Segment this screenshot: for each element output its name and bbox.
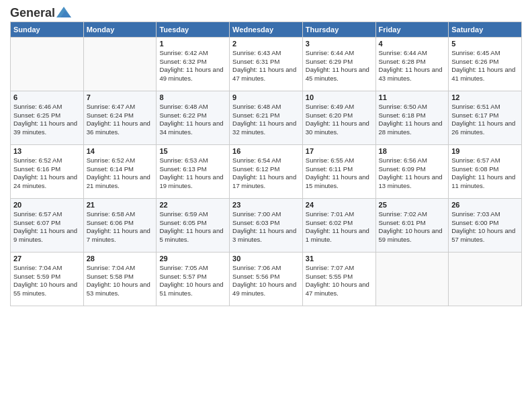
day-detail: Sunrise: 6:47 AM Sunset: 6:24 PM Dayligh… [87,103,154,137]
day-cell: 3Sunrise: 6:44 AM Sunset: 6:29 PM Daylig… [302,37,375,91]
day-detail: Sunrise: 6:48 AM Sunset: 6:22 PM Dayligh… [159,103,226,137]
day-detail: Sunrise: 6:57 AM Sunset: 6:07 PM Dayligh… [13,210,81,244]
day-number: 13 [13,147,81,155]
day-detail: Sunrise: 7:02 AM Sunset: 6:01 PM Dayligh… [379,210,446,244]
day-cell: 7Sunrise: 6:47 AM Sunset: 6:24 PM Daylig… [83,91,157,144]
day-detail: Sunrise: 6:49 AM Sunset: 6:20 PM Dayligh… [306,103,373,137]
day-number: 20 [13,201,81,209]
day-cell: 29Sunrise: 7:05 AM Sunset: 5:57 PM Dayli… [157,252,230,306]
day-cell: 8Sunrise: 6:48 AM Sunset: 6:22 PM Daylig… [157,91,230,144]
day-detail: Sunrise: 7:00 AM Sunset: 6:03 PM Dayligh… [232,210,300,244]
day-cell: 9Sunrise: 6:48 AM Sunset: 6:21 PM Daylig… [230,91,303,144]
week-row-3: 13Sunrise: 6:52 AM Sunset: 6:16 PM Dayli… [11,144,522,198]
weekday-header-thursday: Thursday [302,21,375,37]
weekday-header-friday: Friday [375,21,449,37]
day-cell: 21Sunrise: 6:58 AM Sunset: 6:06 PM Dayli… [83,198,157,252]
day-detail: Sunrise: 6:51 AM Sunset: 6:17 PM Dayligh… [451,103,519,137]
day-cell [11,37,84,91]
day-cell: 16Sunrise: 6:54 AM Sunset: 6:12 PM Dayli… [230,144,303,198]
day-number: 30 [232,255,300,263]
day-detail: Sunrise: 6:50 AM Sunset: 6:18 PM Dayligh… [379,103,446,137]
weekday-header-row: SundayMondayTuesdayWednesdayThursdayFrid… [11,21,522,37]
day-detail: Sunrise: 6:53 AM Sunset: 6:13 PM Dayligh… [159,156,226,191]
day-number: 8 [159,93,226,101]
day-cell [83,37,157,91]
logo-icon [56,7,71,17]
day-number: 15 [159,147,226,155]
day-cell: 18Sunrise: 6:56 AM Sunset: 6:09 PM Dayli… [375,144,449,198]
week-row-2: 6Sunrise: 6:46 AM Sunset: 6:25 PM Daylig… [11,91,522,144]
day-number: 25 [379,201,446,209]
day-number: 2 [232,40,300,48]
day-cell: 24Sunrise: 7:01 AM Sunset: 6:02 PM Dayli… [302,198,375,252]
day-number: 18 [379,147,446,155]
day-detail: Sunrise: 7:07 AM Sunset: 5:55 PM Dayligh… [306,264,373,298]
day-number: 6 [13,93,81,101]
day-cell: 11Sunrise: 6:50 AM Sunset: 6:18 PM Dayli… [375,91,449,144]
weekday-header-sunday: Sunday [11,21,84,37]
day-number: 22 [159,201,226,209]
day-cell [375,252,449,306]
day-cell: 1Sunrise: 6:42 AM Sunset: 6:32 PM Daylig… [157,37,230,91]
day-number: 21 [87,201,154,209]
day-detail: Sunrise: 7:01 AM Sunset: 6:02 PM Dayligh… [306,210,373,244]
day-cell: 13Sunrise: 6:52 AM Sunset: 6:16 PM Dayli… [11,144,84,198]
day-number: 28 [87,255,154,263]
day-cell: 6Sunrise: 6:46 AM Sunset: 6:25 PM Daylig… [11,91,84,144]
weekday-header-saturday: Saturday [449,21,522,37]
header: General [10,7,522,17]
day-cell [449,252,522,306]
day-detail: Sunrise: 6:57 AM Sunset: 6:08 PM Dayligh… [451,156,519,191]
day-number: 12 [451,93,519,101]
day-cell: 20Sunrise: 6:57 AM Sunset: 6:07 PM Dayli… [11,198,84,252]
day-number: 27 [13,255,81,263]
day-cell: 5Sunrise: 6:45 AM Sunset: 6:26 PM Daylig… [449,37,522,91]
day-number: 9 [232,93,300,101]
day-cell: 31Sunrise: 7:07 AM Sunset: 5:55 PM Dayli… [302,252,375,306]
week-row-1: 1Sunrise: 6:42 AM Sunset: 6:32 PM Daylig… [11,37,522,91]
day-detail: Sunrise: 6:58 AM Sunset: 6:06 PM Dayligh… [87,210,154,244]
day-number: 29 [159,255,226,263]
day-number: 14 [87,147,154,155]
day-detail: Sunrise: 6:52 AM Sunset: 6:14 PM Dayligh… [87,156,154,191]
day-number: 19 [451,147,519,155]
day-number: 16 [232,147,300,155]
day-cell: 15Sunrise: 6:53 AM Sunset: 6:13 PM Dayli… [157,144,230,198]
calendar-table: SundayMondayTuesdayWednesdayThursdayFrid… [10,21,522,306]
week-row-4: 20Sunrise: 6:57 AM Sunset: 6:07 PM Dayli… [11,198,522,252]
logo: General [10,7,71,17]
day-number: 11 [379,93,446,101]
day-number: 26 [451,201,519,209]
day-number: 7 [87,93,154,101]
day-cell: 4Sunrise: 6:44 AM Sunset: 6:28 PM Daylig… [375,37,449,91]
logo-general-text: General [10,7,55,20]
day-number: 3 [306,40,373,48]
day-cell: 30Sunrise: 7:06 AM Sunset: 5:56 PM Dayli… [230,252,303,306]
day-detail: Sunrise: 6:42 AM Sunset: 6:32 PM Dayligh… [159,49,226,83]
weekday-header-tuesday: Tuesday [157,21,230,37]
day-detail: Sunrise: 6:45 AM Sunset: 6:26 PM Dayligh… [451,49,519,83]
day-detail: Sunrise: 6:43 AM Sunset: 6:31 PM Dayligh… [232,49,300,83]
day-cell: 22Sunrise: 6:59 AM Sunset: 6:05 PM Dayli… [157,198,230,252]
week-row-5: 27Sunrise: 7:04 AM Sunset: 5:59 PM Dayli… [11,252,522,306]
day-detail: Sunrise: 6:46 AM Sunset: 6:25 PM Dayligh… [13,103,81,137]
day-number: 31 [306,255,373,263]
day-number: 4 [379,40,446,48]
day-detail: Sunrise: 6:59 AM Sunset: 6:05 PM Dayligh… [159,210,226,244]
day-detail: Sunrise: 6:52 AM Sunset: 6:16 PM Dayligh… [13,156,81,191]
day-detail: Sunrise: 7:06 AM Sunset: 5:56 PM Dayligh… [232,264,300,298]
day-detail: Sunrise: 7:04 AM Sunset: 5:58 PM Dayligh… [87,264,154,298]
day-cell: 17Sunrise: 6:55 AM Sunset: 6:11 PM Dayli… [302,144,375,198]
day-cell: 10Sunrise: 6:49 AM Sunset: 6:20 PM Dayli… [302,91,375,144]
day-cell: 2Sunrise: 6:43 AM Sunset: 6:31 PM Daylig… [230,37,303,91]
day-number: 10 [306,93,373,101]
day-cell: 12Sunrise: 6:51 AM Sunset: 6:17 PM Dayli… [449,91,522,144]
day-cell: 14Sunrise: 6:52 AM Sunset: 6:14 PM Dayli… [83,144,157,198]
day-detail: Sunrise: 6:55 AM Sunset: 6:11 PM Dayligh… [306,156,373,191]
day-detail: Sunrise: 6:44 AM Sunset: 6:28 PM Dayligh… [379,49,446,83]
day-number: 23 [232,201,300,209]
day-number: 17 [306,147,373,155]
day-cell: 28Sunrise: 7:04 AM Sunset: 5:58 PM Dayli… [83,252,157,306]
day-detail: Sunrise: 7:04 AM Sunset: 5:59 PM Dayligh… [13,264,81,298]
day-detail: Sunrise: 6:56 AM Sunset: 6:09 PM Dayligh… [379,156,446,191]
